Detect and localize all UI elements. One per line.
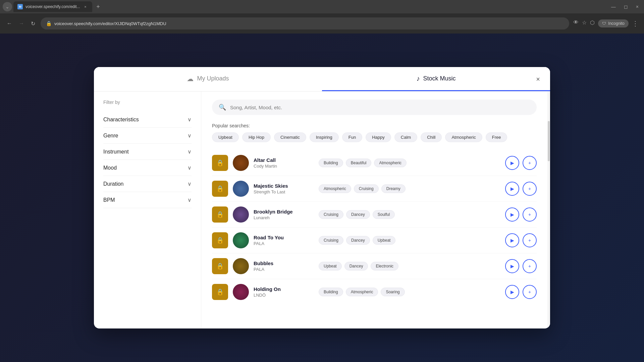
track-tag[interactable]: Cruising (354, 184, 379, 193)
modal-close-button[interactable]: × (533, 74, 543, 84)
filter-mood-header[interactable]: Mood ∨ (103, 165, 192, 171)
track-tag[interactable]: Soulful (373, 210, 395, 219)
address-bar: ← → ↻ 🔒 voiceover.speechify.com/editor/X… (0, 13, 644, 34)
tab-title: voiceover.speechify.com/edit... (25, 4, 80, 9)
track-tag[interactable]: Electronic (371, 262, 398, 270)
filter-genre-header[interactable]: Genre ∨ (103, 132, 192, 139)
track-lock-icon-0: 🔒 (212, 155, 228, 171)
filter-characteristics: Characteristics ∨ (103, 112, 192, 128)
track-tag[interactable]: Beautiful (346, 159, 372, 167)
tag-atmospheric[interactable]: Atmospheric (445, 132, 482, 142)
track-name-0: Altar Call (254, 157, 314, 163)
back-button[interactable]: ← (5, 19, 13, 28)
tag-calm[interactable]: Calm (394, 132, 417, 142)
track-info-2: Brooklyn Bridge Lunareh (254, 209, 314, 220)
more-button[interactable]: ⋮ (632, 19, 639, 27)
track-row: 🔒 Brooklyn Bridge Lunareh Cruising Dance… (212, 202, 537, 228)
browser-chrome: ⌄ M voiceover.speechify.com/edit... × + … (0, 0, 644, 34)
tag-upbeat[interactable]: Upbeat (212, 132, 239, 142)
track-tag[interactable]: Dancey (346, 210, 370, 219)
track-play-button-1[interactable]: ▶ (505, 182, 519, 196)
chevron-icon-mood: ∨ (187, 165, 192, 171)
track-artist-3: PALA (254, 241, 314, 246)
track-tag[interactable]: Cruising (319, 210, 343, 219)
track-name-1: Majestic Skies (254, 183, 314, 189)
tag-happy[interactable]: Happy (366, 132, 391, 142)
chevron-icon-characteristics: ∨ (187, 116, 192, 123)
track-avatar-5 (233, 284, 249, 300)
track-info-0: Altar Call Cody Martin (254, 157, 314, 169)
track-tags-5: Building Atmospheric Soaring (319, 288, 500, 296)
filter-bpm-header[interactable]: BPM ∨ (103, 197, 192, 203)
track-add-button-4[interactable]: + (523, 259, 537, 273)
bookmark-icon[interactable]: ☆ (582, 19, 587, 27)
tag-free[interactable]: Free (486, 132, 507, 142)
track-tag[interactable]: Building (319, 288, 343, 296)
track-play-button-0[interactable]: ▶ (505, 156, 519, 170)
tag-hiphop[interactable]: Hip Hop (242, 132, 271, 142)
track-row: 🔒 Holding On LNDÖ Building Atmospheric S… (212, 279, 537, 305)
track-tag[interactable]: Dancey (346, 236, 370, 245)
track-add-button-3[interactable]: + (523, 233, 537, 247)
track-tag[interactable]: Upbeat (373, 236, 396, 245)
tab-list-button[interactable]: ⌄ (3, 2, 12, 11)
track-add-button-2[interactable]: + (523, 207, 537, 222)
track-add-button-1[interactable]: + (523, 182, 537, 196)
tag-chill[interactable]: Chill (421, 132, 442, 142)
popular-tags: Upbeat Hip Hop Cinematic Inspiring Fun H… (212, 132, 537, 142)
track-add-button-5[interactable]: + (523, 285, 537, 299)
track-info-4: Bubbles PALA (254, 260, 314, 272)
filter-duration: Duration ∨ (103, 176, 192, 192)
track-tag[interactable]: Atmospheric (319, 184, 351, 193)
tab-my-uploads[interactable]: ☁ My Uploads (94, 67, 322, 91)
scroll-indicator[interactable] (547, 92, 550, 328)
track-tag[interactable]: Dancey (344, 262, 368, 270)
track-avatar-3 (233, 232, 249, 248)
forward-button[interactable]: → (17, 19, 25, 28)
chevron-icon-instrument: ∨ (187, 148, 192, 155)
track-add-button-0[interactable]: + (523, 156, 537, 170)
track-play-button-3[interactable]: ▶ (505, 233, 519, 247)
track-tag[interactable]: Upbeat (319, 262, 342, 270)
device-icon[interactable]: ⬡ (590, 19, 595, 27)
active-tab[interactable]: M voiceover.speechify.com/edit... × (13, 1, 92, 12)
refresh-button[interactable]: ↻ (30, 19, 37, 28)
tab-close-button[interactable]: × (83, 4, 88, 9)
track-artist-0: Cody Martin (254, 164, 314, 169)
track-tag[interactable]: Cruising (319, 236, 343, 245)
track-lock-icon-5: 🔒 (212, 284, 228, 300)
chevron-icon-genre: ∨ (187, 132, 192, 139)
search-input[interactable] (230, 105, 530, 110)
new-tab-button[interactable]: + (94, 2, 103, 11)
minimize-button[interactable]: — (608, 3, 619, 11)
chevron-icon-bpm: ∨ (187, 197, 192, 203)
tag-cinematic[interactable]: Cinematic (274, 132, 306, 142)
track-avatar-0 (233, 155, 249, 171)
tag-fun[interactable]: Fun (342, 132, 362, 142)
filter-duration-header[interactable]: Duration ∨ (103, 181, 192, 187)
filter-instrument-header[interactable]: Instrument ∨ (103, 148, 192, 155)
url-bar[interactable]: 🔒 voiceover.speechify.com/editor/XIJlDNq… (41, 17, 569, 29)
scroll-thumb (548, 121, 550, 161)
track-tag[interactable]: Soaring (381, 288, 405, 296)
tab-stock-music[interactable]: ♪ Stock Music (322, 67, 550, 91)
incognito-badge: 🛡 Incognito (598, 19, 629, 27)
search-icon: 🔍 (219, 104, 226, 111)
search-bar[interactable]: 🔍 (212, 100, 537, 115)
track-avatar-4 (233, 258, 249, 274)
track-play-button-4[interactable]: ▶ (505, 259, 519, 273)
track-name-5: Holding On (254, 286, 314, 292)
track-play-button-2[interactable]: ▶ (505, 207, 519, 222)
filter-characteristics-header[interactable]: Characteristics ∨ (103, 116, 192, 123)
track-tag[interactable]: Building (319, 159, 343, 167)
track-play-button-5[interactable]: ▶ (505, 285, 519, 299)
track-tag[interactable]: Atmospheric (346, 288, 378, 296)
filter-mood: Mood ∨ (103, 160, 192, 176)
tab-bar: ⌄ M voiceover.speechify.com/edit... × + … (0, 0, 644, 13)
track-tag[interactable]: Dreamy (381, 184, 406, 193)
restore-button[interactable]: ◻ (621, 3, 631, 11)
close-window-button[interactable]: × (633, 3, 641, 11)
track-tag[interactable]: Atmospheric (374, 159, 407, 167)
tag-inspiring[interactable]: Inspiring (310, 132, 339, 142)
filter-panel: Filter by Characteristics ∨ Genre ∨ I (94, 92, 201, 328)
